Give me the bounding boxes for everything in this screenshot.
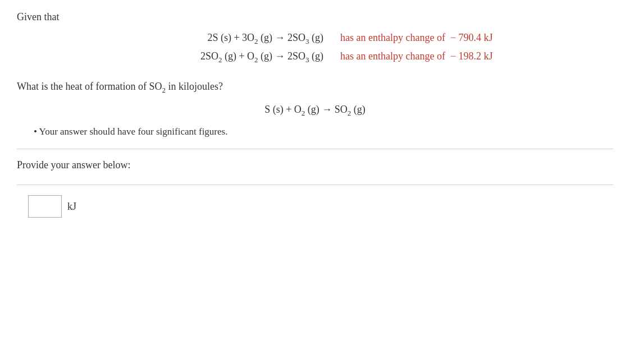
bullet-note: • Your answer should have four significa…: [34, 126, 613, 137]
equations-block: 2S (s) + 3O2 (g) → 2SO3 (g) has an entha…: [17, 32, 613, 64]
equation-row-2: 2SO2 (g) + O2 (g) → 2SO3 (g) has an enth…: [110, 50, 520, 64]
answer-input[interactable]: [28, 195, 62, 218]
equation-1-formula: 2S (s) + 3O2 (g) → 2SO3 (g): [110, 32, 323, 46]
equation-2-formula: 2SO2 (g) + O2 (g) → 2SO3 (g): [110, 50, 323, 64]
equation-1-enthalpy: has an enthalpy change of − 790.4 kJ: [340, 32, 520, 44]
provide-answer-label: Provide your answer below:: [17, 159, 613, 171]
equation-2-enthalpy: has an enthalpy change of − 198.2 kJ: [340, 50, 520, 62]
answer-input-row: kJ: [28, 195, 613, 218]
question-text: What is the heat of formation of SO2 in …: [17, 81, 613, 95]
divider-2: [17, 185, 613, 185]
kj-label: kJ: [67, 201, 76, 213]
divider-1: [17, 149, 613, 149]
target-equation: S (s) + O2 (g) → SO2 (g): [17, 104, 613, 118]
equation-row-1: 2S (s) + 3O2 (g) → 2SO3 (g) has an entha…: [110, 32, 520, 46]
given-that-label: Given that: [17, 11, 613, 23]
